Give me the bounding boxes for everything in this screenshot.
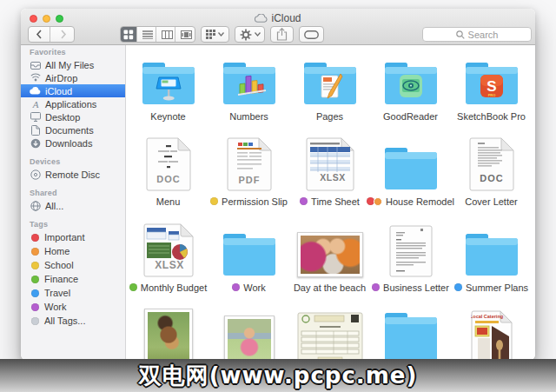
share-button[interactable]: [270, 26, 294, 43]
gear-icon: [240, 29, 252, 41]
item-label-text: House Remodel: [386, 196, 454, 207]
arrange-icon: [206, 30, 215, 39]
item-label-text: Business Letter: [383, 282, 449, 293]
grid-item-sketchbook-pro[interactable]: S PRO SketchBook Pro: [451, 52, 532, 122]
item-label-text: Cover Letter: [465, 196, 518, 207]
grid-item-day-at-the-beach[interactable]: Day at the beach: [289, 223, 370, 293]
arrange-button[interactable]: [201, 26, 229, 43]
folder-icon: [382, 310, 440, 359]
tag-dot-red: [31, 234, 39, 242]
grid-item-goodreader[interactable]: GoodReader: [370, 52, 451, 122]
tag-dot-purple: [300, 197, 308, 205]
sidebar-item-all-my-files[interactable]: All My Files: [21, 58, 125, 71]
sidebar-item-downloads[interactable]: Downloads: [21, 136, 125, 149]
sidebar-item-desktop[interactable]: Desktop: [21, 110, 125, 123]
sidebar-tag-important[interactable]: Important: [21, 230, 125, 244]
goodreader-app-icon: [400, 75, 422, 97]
doc-file-icon: DOC: [146, 137, 191, 191]
grid-item-catering-form[interactable]: [289, 309, 370, 359]
search-icon: [456, 30, 465, 39]
flyer-file-icon: Local Catering: [471, 310, 513, 359]
sidebar-item-label: iCloud: [45, 86, 72, 96]
sidebar-tag-travel[interactable]: Travel: [21, 286, 125, 300]
sidebar-item-label: All Tags...: [44, 316, 86, 326]
grid-item-permission-slip[interactable]: PDF Permission Slip: [208, 137, 289, 207]
sidebar-item-label: Downloads: [45, 138, 92, 149]
sidebar-item-documents[interactable]: Documents: [21, 123, 125, 136]
chevron-down-icon: [255, 32, 261, 37]
svg-text:Local Catering: Local Catering: [471, 314, 503, 319]
back-icon: [36, 30, 43, 39]
desktop-icon: [30, 112, 41, 123]
forward-button[interactable]: [53, 27, 74, 42]
grid-item-business-letter[interactable]: Business Letter: [370, 223, 451, 293]
grid-item-house-remodel[interactable]: House Remodel: [370, 137, 451, 207]
grid-item-photo-girl-in-field[interactable]: [208, 309, 289, 359]
sidebar-tag-home[interactable]: Home: [21, 244, 125, 258]
back-button[interactable]: [29, 27, 50, 42]
pdf-file-icon: PDF: [227, 137, 272, 191]
downloads-icon: [30, 138, 41, 149]
grid-item-folder-clipped[interactable]: [370, 309, 451, 359]
grid-item-pages[interactable]: Pages: [289, 52, 370, 122]
coverflow-view-icon: [181, 30, 192, 39]
grid-item-menu[interactable]: DOC Menu: [128, 137, 208, 207]
cloud-proxy-icon: [255, 14, 268, 23]
tag-dot-orange: [374, 197, 382, 206]
tag-dot-purple: [372, 283, 380, 291]
item-label-text: GoodReader: [383, 111, 438, 122]
sidebar-item-label: Documents: [45, 125, 94, 136]
grid-item-local-catering-flyer[interactable]: Local Catering: [451, 309, 532, 359]
tag-icon: [304, 30, 319, 39]
list-view-button[interactable]: [140, 27, 156, 42]
watermark-text: 双电网(www.pcpc.me): [139, 361, 418, 391]
sidebar-item-label: Desktop: [45, 112, 80, 123]
grid-item-cover-letter[interactable]: DOC Cover Letter: [451, 137, 532, 207]
sidebar-item-label: Home: [44, 246, 70, 256]
item-label-text: Time Sheet: [311, 196, 360, 207]
applications-icon: A: [30, 99, 41, 110]
tags-button[interactable]: [299, 26, 324, 43]
share-icon: [276, 28, 288, 41]
sidebar-item-label: Work: [44, 302, 66, 312]
sidebar-tag-all-tags[interactable]: All Tags...: [21, 314, 125, 328]
sidebar-item-icloud[interactable]: iCloud: [21, 84, 125, 97]
sidebar-tag-finance[interactable]: Finance: [21, 272, 125, 286]
coverflow-view-button[interactable]: [178, 27, 195, 42]
grid-item-work-folder[interactable]: Work: [208, 223, 289, 293]
sidebar-item-shared-all[interactable]: All...: [21, 199, 125, 212]
tag-dot-yellow: [210, 197, 218, 205]
sidebar-tag-school[interactable]: School: [21, 258, 125, 272]
titlebar: iCloud: [21, 9, 535, 45]
sidebar-item-label: All...: [45, 201, 63, 211]
window-title-text: iCloud: [271, 12, 301, 24]
sidebar-section-devices: Devices: [21, 157, 125, 168]
grid-item-numbers[interactable]: Numbers: [208, 52, 289, 122]
finder-window: iCloud: [21, 9, 535, 360]
search-input[interactable]: Search: [422, 27, 532, 42]
grid-item-time-sheet[interactable]: XLSX Time Sheet: [289, 137, 370, 207]
svg-text:PRO: PRO: [487, 93, 495, 97]
grid-item-summer-plans[interactable]: Summer Plans: [451, 223, 532, 293]
search-placeholder: Search: [468, 30, 499, 40]
item-label-text: Day at the beach: [294, 282, 366, 293]
column-view-button[interactable]: [159, 27, 175, 42]
tag-dot-purple: [31, 303, 39, 311]
folder-icon: [382, 145, 440, 191]
grid-item-keynote[interactable]: Keynote: [128, 52, 208, 122]
sidebar-item-label: All My Files: [45, 60, 94, 70]
form-file-icon: [297, 312, 363, 359]
grid-item-monthly-budget[interactable]: XLSX Monthly Budget: [128, 223, 208, 293]
svg-text:DOC: DOC: [156, 174, 180, 184]
folder-icon: S PRO: [463, 60, 520, 106]
sidebar-item-remote-disc[interactable]: Remote Disc: [21, 168, 125, 181]
sidebar-tag-work[interactable]: Work: [21, 300, 125, 314]
sidebar-item-applications[interactable]: A Applications: [21, 97, 125, 110]
grid-item-photo-boy-with-dog[interactable]: [128, 309, 208, 359]
item-label-text: Numbers: [229, 111, 268, 122]
action-menu-button[interactable]: [235, 26, 265, 43]
folder-icon: [382, 60, 440, 106]
grid-view-icon: [123, 30, 134, 40]
sidebar-item-airdrop[interactable]: AirDrop: [21, 71, 125, 84]
icon-view-button[interactable]: [121, 27, 137, 42]
